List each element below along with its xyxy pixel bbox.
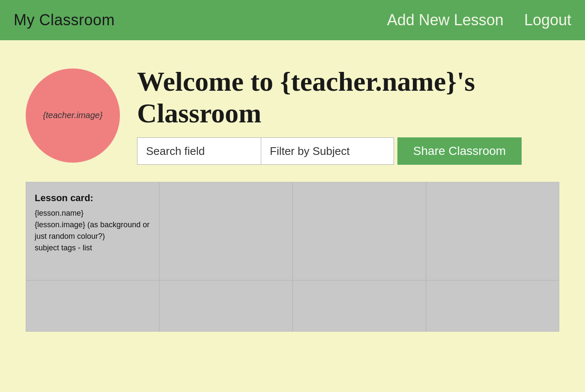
teacher-avatar-label: {teacher.image} <box>43 110 102 120</box>
lesson-card[interactable]: Lesson card: {lesson.name} {lesson.image… <box>26 182 159 280</box>
logout-link[interactable]: Logout <box>524 11 571 29</box>
nav-right: Add New Lesson Logout <box>387 11 571 29</box>
brand-title[interactable]: My Classroom <box>14 11 115 29</box>
search-field[interactable]: Search field <box>137 137 261 165</box>
profile-section: {teacher.image} Welcome to {teacher.name… <box>26 66 559 165</box>
filter-by-subject[interactable]: Filter by Subject <box>261 137 394 165</box>
add-new-lesson-link[interactable]: Add New Lesson <box>387 11 504 29</box>
lesson-card-empty-4[interactable] <box>426 182 560 280</box>
share-classroom-button[interactable]: Share Classroom <box>397 137 522 165</box>
second-row-grid <box>26 280 559 332</box>
welcome-area: Welcome to {teacher.name}'s Classroom Se… <box>137 66 559 165</box>
lesson-card-empty-2[interactable] <box>159 182 293 280</box>
header: My Classroom Add New Lesson Logout <box>0 0 585 40</box>
welcome-title: Welcome to {teacher.name}'s Classroom <box>137 66 559 129</box>
second-row-card-2[interactable] <box>159 280 293 332</box>
toolbar: Search field Filter by Subject Share Cla… <box>137 137 559 165</box>
lessons-grid: Lesson card: {lesson.name} {lesson.image… <box>26 182 559 280</box>
second-row-card-3[interactable] <box>292 280 426 332</box>
lesson-card-details: {lesson.name} {lesson.image} (as backgro… <box>35 208 150 254</box>
main-content: {teacher.image} Welcome to {teacher.name… <box>0 40 585 349</box>
second-row-card-1[interactable] <box>26 280 159 332</box>
teacher-avatar: {teacher.image} <box>26 68 120 163</box>
lesson-card-content: Lesson card: {lesson.name} {lesson.image… <box>35 191 150 254</box>
lesson-card-empty-3[interactable] <box>292 182 426 280</box>
second-row-card-4[interactable] <box>426 280 560 332</box>
lesson-card-title: Lesson card: <box>35 191 150 205</box>
